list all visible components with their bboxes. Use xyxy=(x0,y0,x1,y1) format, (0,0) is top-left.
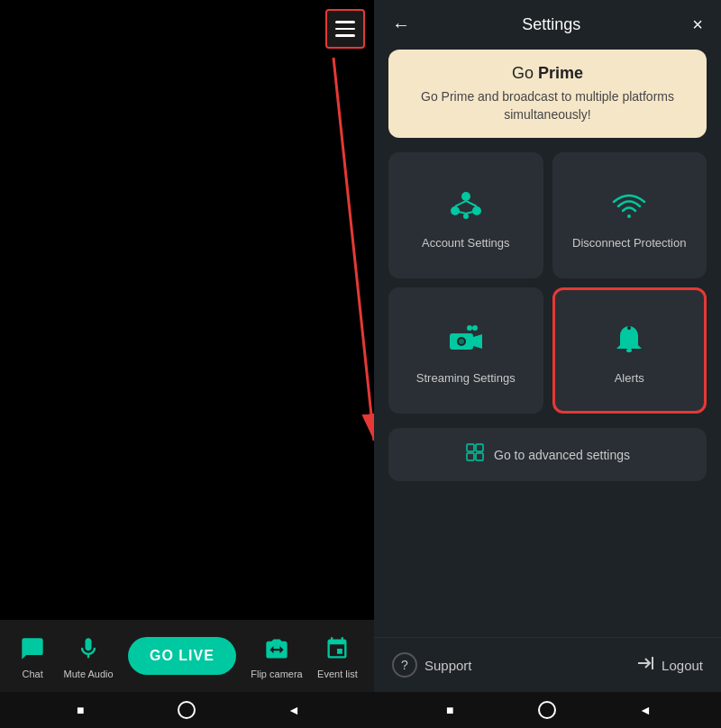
bell-icon xyxy=(609,321,649,360)
wifi-icon xyxy=(609,186,649,225)
close-button[interactable]: × xyxy=(692,14,703,35)
event-list-label: Event list xyxy=(317,669,358,679)
svg-rect-16 xyxy=(626,349,632,352)
left-panel: Chat Mute Audio GO LIVE Flip camera xyxy=(0,0,374,728)
svg-point-14 xyxy=(467,325,472,331)
settings-header: ← Settings × xyxy=(374,0,721,50)
menu-button[interactable] xyxy=(325,9,365,49)
right-stop-button[interactable]: ■ xyxy=(441,701,459,719)
chat-icon xyxy=(16,632,49,665)
right-back-button[interactable]: ◄ xyxy=(636,701,654,719)
right-system-bar: ■ ◄ xyxy=(374,692,721,728)
svg-rect-21 xyxy=(476,453,483,460)
svg-point-17 xyxy=(627,326,631,330)
stop-button[interactable]: ■ xyxy=(71,701,89,719)
account-settings-label: Account Settings xyxy=(422,236,510,250)
left-system-bar: ■ ◄ xyxy=(0,692,374,728)
svg-point-5 xyxy=(463,214,469,219)
right-home-button[interactable] xyxy=(538,701,556,719)
chat-control[interactable]: Chat xyxy=(16,632,49,679)
chat-label: Chat xyxy=(23,669,43,679)
go-prime-title: Go Prime xyxy=(406,64,689,83)
svg-point-15 xyxy=(472,325,478,331)
event-list-icon xyxy=(321,632,353,665)
disconnect-protection-label: Disconnect Protection xyxy=(572,236,686,250)
mic-icon xyxy=(72,632,105,665)
svg-marker-13 xyxy=(473,334,482,349)
back-button[interactable]: ◄ xyxy=(285,701,303,719)
back-button[interactable]: ← xyxy=(392,14,410,35)
flip-camera-control[interactable]: Flip camera xyxy=(251,632,302,679)
bottom-controls: Chat Mute Audio GO LIVE Flip camera xyxy=(0,620,374,692)
svg-rect-20 xyxy=(467,453,474,460)
svg-line-7 xyxy=(466,201,477,206)
mute-audio-control[interactable]: Mute Audio xyxy=(64,632,114,679)
streaming-settings-label: Streaming Settings xyxy=(416,371,516,385)
advanced-settings-label: Go to advanced settings xyxy=(494,448,630,462)
alerts-card[interactable]: Alerts xyxy=(552,287,707,414)
svg-line-1 xyxy=(333,58,374,441)
logout-button[interactable]: Logout xyxy=(636,653,703,678)
event-list-control[interactable]: Event list xyxy=(317,632,358,679)
support-icon: ? xyxy=(392,652,417,678)
settings-title: Settings xyxy=(522,15,580,34)
settings-footer: ? Support Logout xyxy=(374,637,721,692)
advanced-settings-icon xyxy=(465,442,485,467)
camera-icon xyxy=(446,321,486,360)
mute-audio-label: Mute Audio xyxy=(64,669,114,679)
logout-icon xyxy=(636,653,656,678)
go-prime-description: Go Prime and broadcast to multiple platf… xyxy=(406,88,689,123)
go-prime-banner[interactable]: Go Prime Go Prime and broadcast to multi… xyxy=(388,50,707,138)
home-button[interactable] xyxy=(178,701,196,719)
logout-label: Logout xyxy=(662,658,703,673)
account-settings-card[interactable]: Account Settings xyxy=(388,152,543,278)
support-button[interactable]: ? Support xyxy=(392,652,472,678)
flip-camera-icon xyxy=(260,632,293,665)
svg-point-12 xyxy=(459,339,464,344)
support-label: Support xyxy=(424,658,472,673)
svg-rect-18 xyxy=(467,444,474,451)
advanced-settings-button[interactable]: Go to advanced settings xyxy=(388,428,707,481)
arrow-annotation xyxy=(0,0,374,620)
bottom-bar: Chat Mute Audio GO LIVE Flip camera xyxy=(0,620,374,728)
svg-rect-19 xyxy=(476,444,483,451)
flip-camera-label: Flip camera xyxy=(251,669,302,679)
disconnect-protection-card[interactable]: Disconnect Protection xyxy=(552,152,707,278)
alerts-label: Alerts xyxy=(615,371,644,385)
svg-line-6 xyxy=(455,201,466,206)
settings-panel: ← Settings × Go Prime Go Prime and broad… xyxy=(374,0,721,728)
go-live-button[interactable]: GO LIVE xyxy=(128,637,236,675)
streaming-settings-card[interactable]: Streaming Settings xyxy=(388,287,543,414)
nodes-icon xyxy=(446,186,486,225)
streaming-area xyxy=(0,0,374,620)
settings-grid: Account Settings Disconnect Protection xyxy=(374,152,721,428)
svg-point-2 xyxy=(461,192,470,201)
